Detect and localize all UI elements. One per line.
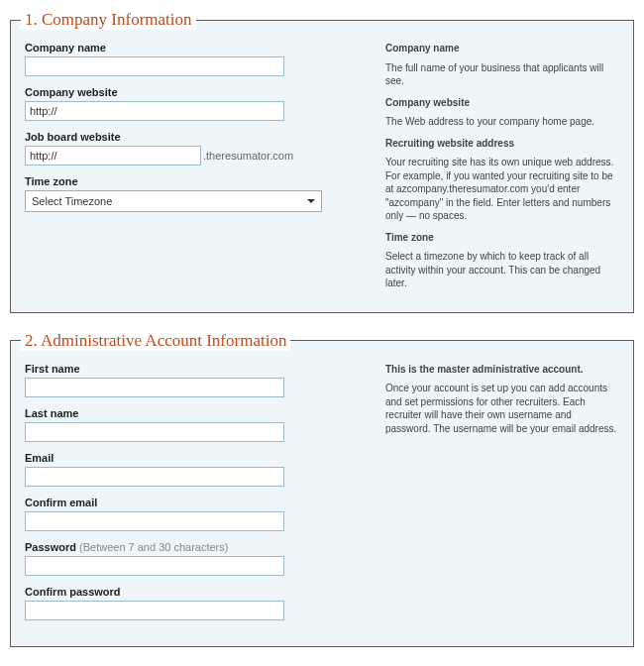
company-website-label: Company website <box>25 86 362 98</box>
chevron-down-icon <box>307 199 315 203</box>
section2-fields: First name Last name Email Confirm email… <box>25 363 362 630</box>
field-timezone: Time zone Select Timezone <box>25 175 362 212</box>
help-recruiting-address-heading: Recruiting website address <box>385 137 619 151</box>
timezone-select[interactable]: Select Timezone <box>25 190 322 212</box>
company-name-label: Company name <box>25 42 362 54</box>
email-label: Email <box>25 452 362 464</box>
section-admin-account: 2. Administrative Account Information Fi… <box>10 331 634 647</box>
job-board-suffix: .theresumator.com <box>203 150 293 162</box>
password-input[interactable] <box>25 556 284 576</box>
confirm-email-label: Confirm email <box>25 497 362 508</box>
section1-legend: 1. Company Information <box>21 10 196 30</box>
first-name-input[interactable] <box>25 378 284 397</box>
help-company-website-text: The Web address to your company home pag… <box>385 115 619 129</box>
section1-help: Company name The full name of your busin… <box>385 42 619 296</box>
password-label: Password (Between 7 and 30 characters) <box>25 541 362 553</box>
section2-legend: 2. Administrative Account Information <box>21 331 290 351</box>
help-company-name-text: The full name of your business that appl… <box>385 61 619 88</box>
field-last-name: Last name <box>25 407 362 442</box>
company-name-input[interactable] <box>25 56 284 76</box>
first-name-label: First name <box>25 363 362 375</box>
field-password: Password (Between 7 and 30 characters) <box>25 541 362 576</box>
confirm-password-input[interactable] <box>25 601 284 620</box>
field-company-name: Company name <box>25 42 362 76</box>
field-email: Email <box>25 452 362 487</box>
email-input[interactable] <box>25 467 284 487</box>
help-timezone-heading: Time zone <box>385 231 619 245</box>
field-confirm-password: Confirm password <box>25 586 362 620</box>
timezone-label: Time zone <box>25 175 362 187</box>
job-board-label: Job board website <box>25 131 362 143</box>
help-admin-heading: This is the master administrative accoun… <box>385 363 619 377</box>
help-recruiting-address-text: Your recruiting site has its own unique … <box>385 156 619 223</box>
field-company-website: Company website <box>25 86 362 121</box>
field-first-name: First name <box>25 363 362 397</box>
section2-help: This is the master administrative accoun… <box>385 363 619 630</box>
confirm-email-input[interactable] <box>25 511 284 531</box>
help-timezone-text: Select a timezone by which to keep track… <box>385 250 619 290</box>
confirm-password-label: Confirm password <box>25 586 362 598</box>
company-website-input[interactable] <box>25 101 284 121</box>
section-company-information: 1. Company Information Company name Comp… <box>10 10 634 313</box>
field-job-board: Job board website .theresumator.com <box>25 131 362 166</box>
help-admin-text: Once your account is set up you can add … <box>385 382 619 435</box>
timezone-selected-text: Select Timezone <box>32 195 112 207</box>
job-board-input[interactable] <box>25 146 201 166</box>
last-name-input[interactable] <box>25 422 284 442</box>
password-label-text: Password <box>25 541 76 553</box>
help-company-website-heading: Company website <box>385 96 619 110</box>
last-name-label: Last name <box>25 407 362 419</box>
field-confirm-email: Confirm email <box>25 497 362 531</box>
section1-fields: Company name Company website Job board w… <box>25 42 362 296</box>
password-hint: (Between 7 and 30 characters) <box>79 541 228 553</box>
help-company-name-heading: Company name <box>385 42 619 56</box>
